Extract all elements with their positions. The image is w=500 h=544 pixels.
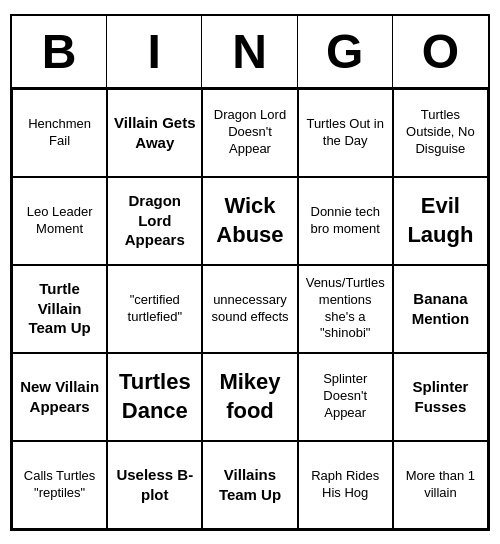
- bingo-card: BINGO Henchmen FailVillain Gets AwayDrag…: [10, 14, 490, 531]
- bingo-cell-2[interactable]: Dragon Lord Doesn't Appear: [202, 89, 297, 177]
- bingo-cell-23[interactable]: Raph Rides His Hog: [298, 441, 393, 529]
- bingo-cell-17[interactable]: Mikey food: [202, 353, 297, 441]
- bingo-cell-12[interactable]: unnecessary sound effects: [202, 265, 297, 353]
- bingo-cell-6[interactable]: Dragon Lord Appears: [107, 177, 202, 265]
- bingo-letter-i: I: [107, 16, 202, 87]
- bingo-cell-24[interactable]: More than 1 villain: [393, 441, 488, 529]
- bingo-header: BINGO: [12, 16, 488, 89]
- bingo-cell-1[interactable]: Villain Gets Away: [107, 89, 202, 177]
- bingo-cell-11[interactable]: "certified turtlefied": [107, 265, 202, 353]
- bingo-cell-18[interactable]: Splinter Doesn't Appear: [298, 353, 393, 441]
- bingo-letter-b: B: [12, 16, 107, 87]
- bingo-cell-7[interactable]: Wick Abuse: [202, 177, 297, 265]
- bingo-letter-n: N: [202, 16, 297, 87]
- bingo-cell-3[interactable]: Turtles Out in the Day: [298, 89, 393, 177]
- bingo-cell-9[interactable]: Evil Laugh: [393, 177, 488, 265]
- bingo-cell-21[interactable]: Useless B-plot: [107, 441, 202, 529]
- bingo-cell-15[interactable]: New Villain Appears: [12, 353, 107, 441]
- bingo-cell-4[interactable]: Turtles Outside, No Disguise: [393, 89, 488, 177]
- bingo-letter-o: O: [393, 16, 488, 87]
- bingo-cell-10[interactable]: Turtle Villain Team Up: [12, 265, 107, 353]
- bingo-letter-g: G: [298, 16, 393, 87]
- bingo-cell-22[interactable]: Villains Team Up: [202, 441, 297, 529]
- bingo-cell-8[interactable]: Donnie tech bro moment: [298, 177, 393, 265]
- bingo-cell-16[interactable]: Turtles Dance: [107, 353, 202, 441]
- bingo-cell-19[interactable]: Splinter Fusses: [393, 353, 488, 441]
- bingo-cell-13[interactable]: Venus/Turtles mentions she's a "shinobi": [298, 265, 393, 353]
- bingo-cell-5[interactable]: Leo Leader Moment: [12, 177, 107, 265]
- bingo-cell-0[interactable]: Henchmen Fail: [12, 89, 107, 177]
- bingo-grid: Henchmen FailVillain Gets AwayDragon Lor…: [12, 89, 488, 529]
- bingo-cell-14[interactable]: Banana Mention: [393, 265, 488, 353]
- bingo-cell-20[interactable]: Calls Turtles "reptiles": [12, 441, 107, 529]
